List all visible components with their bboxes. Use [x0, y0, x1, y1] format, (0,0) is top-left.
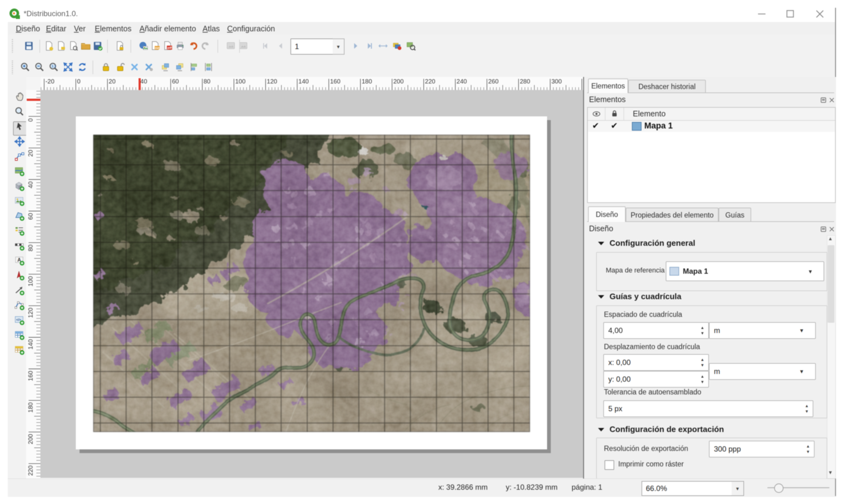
- svg-text:120: 120: [27, 308, 34, 318]
- svg-text:pdf: pdf: [168, 46, 172, 49]
- svg-text:60: 60: [172, 78, 179, 85]
- svg-text:</>: </>: [16, 318, 21, 322]
- svg-text:40: 40: [140, 78, 147, 85]
- svg-text:80: 80: [27, 245, 34, 251]
- svg-text:200: 200: [27, 434, 34, 444]
- svg-text:160: 160: [330, 78, 340, 85]
- svg-text:100: 100: [27, 276, 34, 286]
- svg-text:180: 180: [362, 78, 372, 85]
- svg-text:60: 60: [27, 213, 34, 220]
- svg-text:svg: svg: [155, 46, 160, 50]
- svg-text:80: 80: [204, 78, 210, 85]
- svg-text:40: 40: [27, 181, 34, 188]
- svg-text:280: 280: [520, 78, 530, 85]
- svg-text:1:1: 1:1: [52, 65, 56, 68]
- svg-text:20: 20: [109, 78, 116, 85]
- svg-text:140: 140: [298, 78, 309, 85]
- svg-text:220: 220: [425, 78, 435, 85]
- svg-text:160: 160: [27, 371, 34, 381]
- svg-text:120: 120: [267, 78, 277, 85]
- svg-text:140: 140: [27, 339, 34, 349]
- svg-text:0: 0: [77, 78, 81, 85]
- svg-text:200: 200: [393, 78, 403, 85]
- svg-text:-20: -20: [45, 78, 54, 85]
- svg-text:240: 240: [457, 78, 467, 85]
- svg-text:0: 0: [27, 118, 34, 122]
- svg-text:180: 180: [27, 402, 34, 412]
- svg-text:260: 260: [488, 78, 498, 85]
- svg-text:20: 20: [27, 150, 34, 157]
- svg-text:220: 220: [27, 466, 34, 476]
- svg-text:300: 300: [551, 78, 562, 85]
- svg-text:100: 100: [235, 78, 245, 85]
